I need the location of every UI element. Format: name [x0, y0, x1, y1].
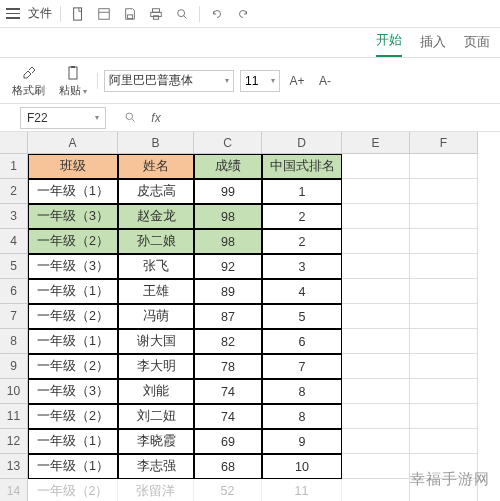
data-cell[interactable]: 6	[262, 329, 342, 354]
row-header[interactable]: 14	[0, 479, 28, 501]
data-cell[interactable]: 一年级（3）	[28, 379, 118, 404]
print-icon[interactable]	[147, 5, 165, 23]
row-header[interactable]: 3	[0, 204, 28, 229]
empty-cell[interactable]	[342, 404, 410, 429]
font-family-select[interactable]: 阿里巴巴普惠体 ▾	[104, 70, 234, 92]
data-cell[interactable]: 刘能	[118, 379, 194, 404]
data-cell[interactable]: 王雄	[118, 279, 194, 304]
data-cell[interactable]: 一年级（2）	[28, 354, 118, 379]
empty-cell[interactable]	[410, 354, 478, 379]
data-cell[interactable]: 99	[194, 179, 262, 204]
row-header[interactable]: 10	[0, 379, 28, 404]
row-header[interactable]: 1	[0, 154, 28, 179]
select-all-corner[interactable]	[0, 132, 28, 154]
data-cell[interactable]: 一年级（2）	[28, 304, 118, 329]
empty-cell[interactable]	[410, 404, 478, 429]
row-header[interactable]: 12	[0, 429, 28, 454]
data-cell[interactable]: 孙二娘	[118, 229, 194, 254]
data-cell[interactable]: 冯萌	[118, 304, 194, 329]
fx-search-icon[interactable]	[120, 108, 140, 128]
format-painter-button[interactable]: 格式刷	[8, 62, 49, 100]
empty-cell[interactable]	[342, 329, 410, 354]
paste-button[interactable]: 粘贴▾	[55, 62, 91, 100]
empty-cell[interactable]	[410, 254, 478, 279]
data-cell[interactable]: 68	[194, 454, 262, 479]
data-cell[interactable]: 李大明	[118, 354, 194, 379]
data-cell[interactable]: 98	[194, 204, 262, 229]
empty-cell[interactable]	[410, 279, 478, 304]
empty-cell[interactable]	[410, 379, 478, 404]
data-cell[interactable]: 9	[262, 429, 342, 454]
data-cell[interactable]: 8	[262, 404, 342, 429]
column-header[interactable]: E	[342, 132, 410, 154]
empty-cell[interactable]	[342, 254, 410, 279]
empty-cell[interactable]	[342, 304, 410, 329]
decrease-font-button[interactable]: A-	[314, 70, 336, 92]
column-header[interactable]: D	[262, 132, 342, 154]
data-cell[interactable]: 92	[194, 254, 262, 279]
name-box[interactable]: F22 ▾	[20, 107, 106, 129]
file-menu[interactable]: 文件	[28, 5, 52, 22]
data-cell[interactable]: 82	[194, 329, 262, 354]
data-cell[interactable]: 8	[262, 379, 342, 404]
data-cell[interactable]: 89	[194, 279, 262, 304]
empty-cell[interactable]	[342, 204, 410, 229]
empty-cell[interactable]	[410, 204, 478, 229]
data-cell[interactable]: 69	[194, 429, 262, 454]
empty-cell[interactable]	[410, 179, 478, 204]
data-cell[interactable]: 一年级（1）	[28, 429, 118, 454]
empty-cell[interactable]	[342, 154, 410, 179]
data-cell[interactable]: 1	[262, 179, 342, 204]
row-header[interactable]: 11	[0, 404, 28, 429]
data-cell[interactable]: 张飞	[118, 254, 194, 279]
tab-insert[interactable]: 插入	[420, 33, 446, 57]
font-size-select[interactable]: 11 ▾	[240, 70, 280, 92]
column-header[interactable]: A	[28, 132, 118, 154]
redo-icon[interactable]	[234, 5, 252, 23]
data-cell[interactable]: 11	[262, 479, 342, 501]
empty-cell[interactable]	[342, 179, 410, 204]
row-header[interactable]: 13	[0, 454, 28, 479]
column-header[interactable]: B	[118, 132, 194, 154]
data-cell[interactable]: 4	[262, 279, 342, 304]
data-cell[interactable]: 张留洋	[118, 479, 194, 501]
empty-cell[interactable]	[342, 379, 410, 404]
empty-cell[interactable]	[410, 154, 478, 179]
empty-cell[interactable]	[342, 479, 410, 501]
header-cell-class[interactable]: 班级	[28, 154, 118, 179]
data-cell[interactable]: 一年级（3）	[28, 254, 118, 279]
row-header[interactable]: 2	[0, 179, 28, 204]
fx-button[interactable]: fx	[146, 108, 166, 128]
data-cell[interactable]: 一年级（1）	[28, 329, 118, 354]
data-cell[interactable]: 一年级（3）	[28, 204, 118, 229]
menu-icon[interactable]	[6, 7, 20, 21]
empty-cell[interactable]	[342, 279, 410, 304]
header-cell-name[interactable]: 姓名	[118, 154, 194, 179]
save-icon[interactable]	[121, 5, 139, 23]
data-cell[interactable]: 赵金龙	[118, 204, 194, 229]
data-cell[interactable]: 10	[262, 454, 342, 479]
data-cell[interactable]: 一年级（2）	[28, 229, 118, 254]
row-header[interactable]: 7	[0, 304, 28, 329]
data-cell[interactable]: 一年级（1）	[28, 279, 118, 304]
data-cell[interactable]: 3	[262, 254, 342, 279]
header-cell-score[interactable]: 成绩	[194, 154, 262, 179]
data-cell[interactable]: 78	[194, 354, 262, 379]
data-cell[interactable]: 7	[262, 354, 342, 379]
header-cell-rank[interactable]: 中国式排名	[262, 154, 342, 179]
data-cell[interactable]: 一年级（2）	[28, 404, 118, 429]
spreadsheet-grid[interactable]: A B C D E F 1 班级 姓名 成绩 中国式排名 2一年级（1）皮志高9…	[0, 132, 500, 501]
data-cell[interactable]: 李晓霞	[118, 429, 194, 454]
empty-cell[interactable]	[342, 229, 410, 254]
data-cell[interactable]: 87	[194, 304, 262, 329]
data-cell[interactable]: 谢大国	[118, 329, 194, 354]
undo-icon[interactable]	[208, 5, 226, 23]
data-cell[interactable]: 刘二妞	[118, 404, 194, 429]
data-cell[interactable]: 74	[194, 404, 262, 429]
empty-cell[interactable]	[410, 454, 478, 479]
tab-page[interactable]: 页面	[464, 33, 490, 57]
data-cell[interactable]: 5	[262, 304, 342, 329]
row-header[interactable]: 6	[0, 279, 28, 304]
row-header[interactable]: 4	[0, 229, 28, 254]
data-cell[interactable]: 2	[262, 229, 342, 254]
